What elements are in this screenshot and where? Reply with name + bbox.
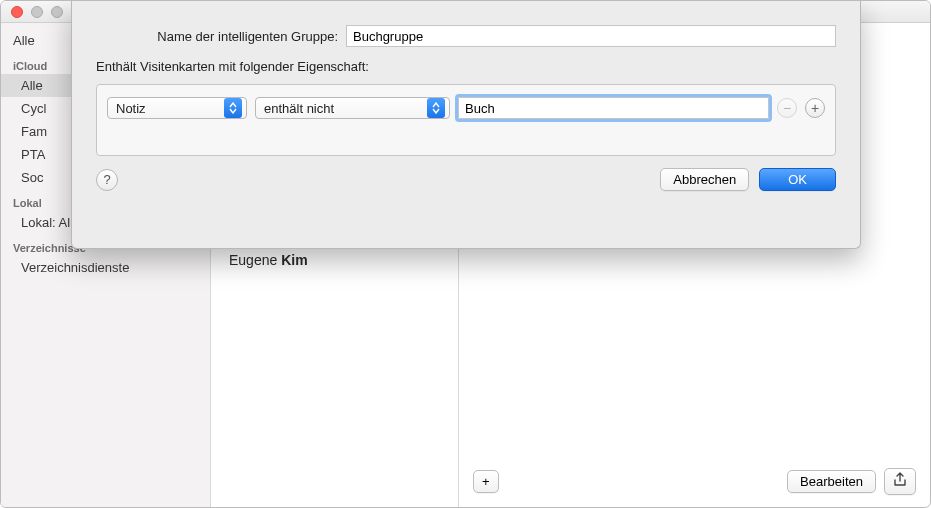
zoom-icon	[51, 6, 63, 18]
group-name-input[interactable]	[346, 25, 836, 47]
remove-rule-button: −	[777, 98, 797, 118]
rule-field-label: Notiz	[116, 101, 146, 116]
rule-operator-popup[interactable]: enthält nicht	[255, 97, 450, 119]
close-icon[interactable]	[11, 6, 23, 18]
ok-button[interactable]: OK	[759, 168, 836, 191]
edit-button[interactable]: Bearbeiten	[787, 470, 876, 493]
help-button[interactable]: ?	[96, 169, 118, 191]
name-label: Name der intelligenten Gruppe:	[96, 29, 346, 44]
smart-group-sheet: Name der intelligenten Gruppe: Enthält V…	[71, 1, 861, 249]
share-button[interactable]	[884, 468, 916, 495]
minimize-icon	[31, 6, 43, 18]
contact-first: Eugene	[229, 252, 277, 268]
add-field-button[interactable]: +	[473, 470, 499, 493]
contacts-window: Alle iCloud Alle Cycl Fam PTA Soc Lokal …	[0, 0, 931, 508]
contact-last: Kim	[281, 252, 307, 268]
help-icon: ?	[103, 172, 110, 187]
contains-label: Enthält Visitenkarten mit folgender Eige…	[96, 59, 836, 74]
sidebar-item-directory-services[interactable]: Verzeichnisdienste	[1, 256, 210, 279]
cancel-button[interactable]: Abbrechen	[660, 168, 749, 191]
rules-container: Notiz enthält nicht −	[96, 84, 836, 156]
chevron-updown-icon	[224, 98, 242, 118]
minus-icon: −	[783, 100, 791, 116]
rule-operator-label: enthält nicht	[264, 101, 334, 116]
plus-icon: +	[811, 100, 819, 116]
share-icon	[893, 472, 907, 488]
rule-row: Notiz enthält nicht −	[107, 97, 825, 119]
plus-icon: +	[482, 474, 490, 489]
list-item[interactable]: Eugene Kim	[211, 246, 458, 274]
add-rule-button[interactable]: +	[805, 98, 825, 118]
chevron-updown-icon	[427, 98, 445, 118]
rule-value-input[interactable]	[458, 97, 769, 119]
rule-field-popup[interactable]: Notiz	[107, 97, 247, 119]
